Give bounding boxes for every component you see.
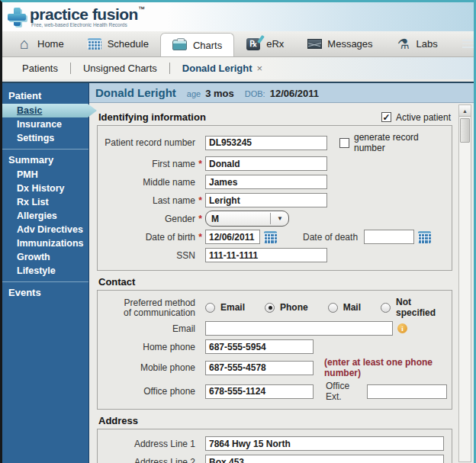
home-icon: ⌂	[17, 37, 32, 51]
sidebar-item-pmh[interactable]: PMH	[2, 168, 88, 182]
address-line2-input[interactable]	[205, 455, 444, 463]
home-phone-input[interactable]	[205, 339, 314, 354]
tab-unsigned-charts[interactable]: Unsigned Charts	[70, 63, 169, 74]
erx-icon: ℞	[246, 38, 260, 50]
ssn-input[interactable]	[205, 248, 327, 262]
tab-patients-label: Patients	[22, 63, 58, 74]
logo-band: practice fusion™ Free, web-based Electro…	[2, 2, 474, 31]
calendar-icon	[88, 38, 101, 50]
sidebar-header-summary: Summary	[2, 153, 88, 168]
sidebar-item-insurance[interactable]: Insurance	[2, 117, 88, 131]
section-title-address: Address	[98, 415, 138, 426]
radio-phone[interactable]	[265, 303, 275, 313]
radio-email[interactable]	[205, 303, 215, 313]
nav-messages[interactable]: Messages	[295, 31, 384, 56]
app-title: practice fusion	[30, 5, 138, 23]
scroll-up-button[interactable]: ▲	[459, 105, 471, 117]
radio-mail[interactable]	[328, 303, 338, 313]
sidebar-item-immunizations[interactable]: Immunizations	[2, 236, 88, 250]
patient-header-band: Donald Leright age 3 mos DOB: 12/06/2011	[89, 83, 474, 103]
section-title-identifying: Identifying information	[98, 111, 206, 123]
close-tab-icon[interactable]: ×	[257, 63, 263, 74]
chevron-down-icon: ▼	[275, 215, 285, 222]
tab-donald-leright[interactable]: Donald Leright ×	[169, 63, 275, 74]
gender-dropdown[interactable]: M ▼	[205, 211, 289, 227]
required-marker: *	[195, 195, 205, 206]
dob-label: DOB:	[245, 89, 265, 98]
radio-phone-label: Phone	[280, 302, 308, 313]
vertical-scrollbar[interactable]: ▲	[458, 104, 471, 462]
main-nav: ⌂ Home Schedule Charts ℞ eRx Messages ⚗ …	[2, 31, 474, 57]
address-line2-label: Address Line 2	[98, 458, 195, 463]
nav-documents[interactable]: Document	[449, 31, 476, 56]
trademark: ™	[138, 5, 145, 13]
generate-record-checkbox[interactable]: ✓	[339, 138, 349, 148]
office-phone-input[interactable]	[205, 384, 314, 399]
tab-patients[interactable]: Patients	[10, 63, 70, 74]
phone-required-note: (enter at least one phone number)	[324, 357, 447, 378]
email-input[interactable]	[205, 321, 393, 336]
identifying-box: Patient record number ✓ generate record …	[97, 125, 452, 271]
app-window: practice fusion™ Free, web-based Electro…	[0, 0, 476, 463]
address-line1-input[interactable]	[205, 436, 444, 451]
form-scroll-area: Identifying information ✓ Active patient…	[89, 104, 474, 463]
record-number-input[interactable]	[205, 136, 327, 150]
nav-charts[interactable]: Charts	[160, 33, 234, 56]
tab-donald-leright-label: Donald Leright	[182, 63, 252, 74]
radio-not-specified-label: Not specified	[396, 297, 436, 318]
section-title-contact: Contact	[98, 276, 135, 288]
sidebar-item-rx-list[interactable]: Rx List	[2, 195, 88, 209]
info-icon[interactable]: i	[397, 323, 407, 333]
dod-label: Date of death	[303, 232, 358, 243]
sidebar-item-allergies[interactable]: Allergies	[2, 209, 88, 223]
calendar-icon[interactable]	[418, 231, 431, 243]
calendar-icon[interactable]	[264, 231, 277, 243]
main-area: Patient Basic Insurance Settings Summary…	[2, 82, 474, 463]
sidebar-item-dx-history[interactable]: Dx History	[2, 182, 88, 195]
chart-content: Donald Leright age 3 mos DOB: 12/06/2011…	[89, 83, 474, 463]
office-ext-label: Office Ext.	[326, 381, 361, 402]
record-number-label: Patient record number	[98, 138, 195, 147]
logo-text: practice fusion™ Free, web-based Electro…	[30, 6, 145, 28]
nav-labs-label: Labs	[416, 38, 438, 50]
last-name-input[interactable]	[205, 193, 327, 207]
dob-input[interactable]	[205, 230, 260, 244]
age-value: 3 mos	[205, 88, 234, 99]
email-label: Email	[98, 324, 195, 333]
nav-labs[interactable]: ⚗ Labs	[384, 31, 449, 56]
nav-erx-label: eRx	[266, 38, 284, 50]
middle-name-label: Middle name	[98, 178, 195, 187]
nav-schedule[interactable]: Schedule	[76, 31, 160, 56]
scrollbar-thumb[interactable]	[460, 118, 470, 143]
documents-icon	[462, 37, 474, 50]
office-phone-label: Office phone	[98, 387, 195, 396]
mobile-phone-input[interactable]	[205, 361, 314, 375]
home-phone-label: Home phone	[98, 342, 195, 352]
preferred-method-label: Preferred method of communication	[98, 298, 195, 317]
sidebar-item-growth[interactable]: Growth	[2, 250, 88, 264]
nav-erx[interactable]: ℞ eRx	[234, 31, 295, 56]
sidebar-header-events[interactable]: Events	[2, 285, 88, 301]
sidebar-item-basic[interactable]: Basic	[2, 104, 97, 117]
office-ext-input[interactable]	[367, 384, 447, 399]
middle-name-input[interactable]	[205, 175, 327, 189]
up-arrow-icon: ▲	[462, 108, 468, 114]
dob-value: 12/06/2011	[270, 88, 319, 99]
app-tagline: Free, web-based Electronic Health Record…	[31, 23, 145, 28]
nav-home[interactable]: ⌂ Home	[5, 31, 76, 56]
sidebar-item-settings[interactable]: Settings	[2, 131, 88, 145]
last-name-label: Last name	[98, 196, 195, 205]
sidebar-header-patient: Patient	[2, 88, 88, 104]
nav-messages-label: Messages	[327, 38, 372, 50]
radio-not-specified[interactable]	[381, 303, 391, 313]
messages-icon	[307, 39, 322, 49]
age-label: age	[187, 89, 201, 98]
address-box: Address Line 1 Address Line 2 City Count…	[97, 429, 452, 463]
active-patient-checkbox[interactable]: ✓	[381, 112, 391, 122]
dod-input[interactable]	[364, 230, 414, 244]
required-marker: *	[195, 214, 205, 224]
sidebar-item-adv-directives[interactable]: Adv Directives	[2, 223, 88, 236]
ssn-label: SSN	[98, 251, 195, 260]
first-name-input[interactable]	[205, 156, 327, 171]
sidebar-item-lifestyle[interactable]: Lifestyle	[2, 264, 88, 278]
